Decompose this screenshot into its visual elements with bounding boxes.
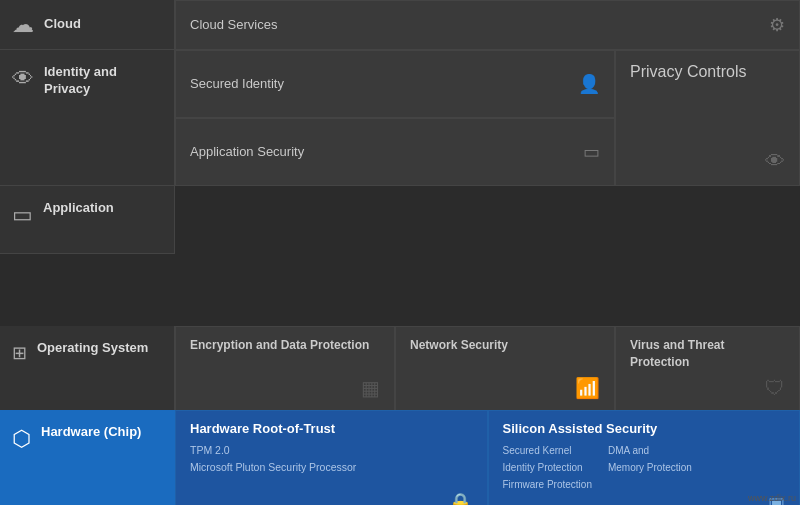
virus-title: Virus and Threat Protection: [630, 337, 785, 371]
privacy-icon: 👁: [765, 150, 785, 173]
network-security-cell[interactable]: Network Security 📶: [395, 326, 615, 411]
sidebar-identity-label: Identity and Privacy: [44, 64, 162, 98]
identity-icon: 👁: [12, 66, 34, 92]
application-icon: ▭: [12, 202, 33, 228]
silicon-cell[interactable]: Silicon Assisted Security Secured Kernel…: [488, 410, 801, 505]
hw-root-cell[interactable]: Hardware Root-of-Trust TPM 2.0 Microsoft…: [175, 410, 488, 505]
sidebar-cloud[interactable]: ☁ Cloud: [0, 0, 175, 50]
cloud-services-title: Cloud Services: [190, 16, 277, 34]
virus-icon: 🛡: [765, 377, 785, 400]
silicon-col2: DMA and Memory Protection: [608, 442, 692, 493]
silicon-col1: Secured Kernel Identity Protection Firmw…: [503, 442, 592, 493]
app-security-icon: ▭: [583, 141, 600, 163]
hw-root-title: Hardware Root-of-Trust: [190, 421, 473, 436]
network-security-title: Network Security: [410, 337, 600, 354]
hardware-icon: ⬡: [12, 426, 31, 452]
cloud-services-icon: ⚙: [769, 14, 785, 36]
encryption-icon: ▦: [361, 376, 380, 400]
secured-identity-icon: 👤: [578, 73, 600, 95]
hw-root-sub2: Microsoft Pluton Security Processor: [190, 459, 473, 476]
secured-identity-title: Secured Identity: [190, 75, 284, 93]
secured-identity-cell[interactable]: Secured Identity 👤: [175, 50, 615, 118]
sidebar-hardware[interactable]: ⬡ Hardware (Chip): [0, 410, 175, 505]
sidebar-hardware-label: Hardware (Chip): [41, 424, 141, 441]
sidebar-application[interactable]: ▭ Application: [0, 186, 175, 254]
hw-root-icon: 🔒: [448, 491, 473, 505]
os-icon: ⊞: [12, 342, 27, 364]
app-security-cell[interactable]: Application Security ▭: [175, 118, 615, 186]
watermark: www.zdix.ru: [748, 493, 796, 503]
hw-root-sub1: TPM 2.0: [190, 442, 473, 459]
cloud-services-cell[interactable]: Cloud Services ⚙: [175, 0, 800, 50]
sidebar-app-label: Application: [43, 200, 114, 217]
encryption-title: Encryption and Data Protection: [190, 337, 380, 354]
app-security-title: Application Security: [190, 143, 304, 161]
encryption-cell[interactable]: Encryption and Data Protection ▦: [175, 326, 395, 411]
network-icon: 📶: [575, 376, 600, 400]
cloud-icon: ☁: [12, 12, 34, 38]
privacy-controls-title: Privacy Controls: [630, 63, 785, 81]
virus-cell[interactable]: Virus and Threat Protection 🛡: [615, 326, 800, 411]
silicon-title: Silicon Assisted Security: [503, 421, 786, 436]
sidebar-os-label: Operating System: [37, 340, 148, 357]
sidebar-identity[interactable]: 👁 Identity and Privacy: [0, 50, 175, 186]
sidebar-cloud-label: Cloud: [44, 16, 81, 33]
